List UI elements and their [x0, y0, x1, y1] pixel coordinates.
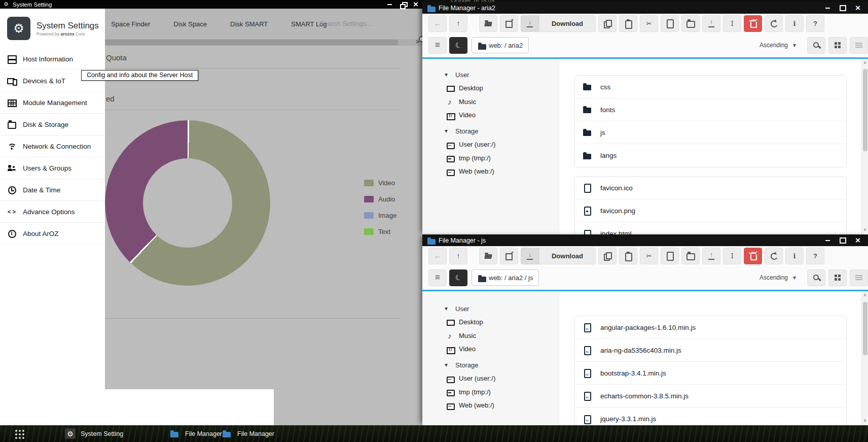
file-row[interactable]: favicon.png: [575, 199, 846, 222]
scrollbar-thumb[interactable]: [105, 40, 398, 45]
tree-item[interactable]: User: [422, 302, 559, 316]
tree-item[interactable]: Video: [422, 109, 559, 122]
close-button[interactable]: [854, 236, 862, 245]
external-button[interactable]: [500, 248, 518, 264]
search-button[interactable]: [807, 37, 825, 54]
file-row[interactable]: aria-ng-da5356c403.min.js: [575, 339, 846, 362]
help-button[interactable]: [806, 15, 824, 32]
paste-button[interactable]: [619, 15, 637, 32]
file-row[interactable]: js: [575, 121, 846, 144]
grid-view-button[interactable]: [828, 269, 847, 286]
download-button[interactable]: Download: [539, 248, 596, 264]
menu-button[interactable]: [428, 269, 447, 286]
new-folder-button[interactable]: [681, 248, 700, 264]
up-button[interactable]: [449, 248, 467, 264]
chevron-down-icon[interactable]: [791, 41, 798, 50]
file-row[interactable]: index.html: [575, 222, 846, 234]
scroll-down-arrow[interactable]: ∨: [862, 227, 868, 232]
refresh-button[interactable]: [765, 15, 783, 32]
legend-item[interactable]: Image: [364, 212, 396, 219]
restore-button[interactable]: [399, 1, 406, 8]
tree-item[interactable]: tmp (tmp:/): [422, 385, 559, 399]
tree-item[interactable]: Desktop: [422, 316, 559, 329]
scrollbar[interactable]: ∧ ∨: [861, 59, 868, 234]
tree-item[interactable]: Storage: [422, 124, 559, 138]
scrollbar-thumb[interactable]: [863, 302, 867, 355]
scroll-down-arrow[interactable]: ∨: [862, 418, 868, 423]
search-settings-input[interactable]: Search Settings...: [319, 20, 372, 27]
close-button[interactable]: [412, 1, 419, 8]
dark-mode-button[interactable]: [449, 269, 467, 286]
file-row[interactable]: echarts-common-3.8.5.min.js: [575, 385, 846, 407]
tree-item[interactable]: tmp (tmp:/): [422, 151, 559, 165]
file-row[interactable]: css: [575, 76, 846, 98]
scroll-up-arrow[interactable]: ∧: [862, 60, 868, 65]
scroll-up-arrow[interactable]: ∧: [862, 293, 868, 297]
help-button[interactable]: [806, 248, 824, 264]
taskbar-item[interactable]: [14, 429, 24, 439]
tree-item[interactable]: User (user:/): [422, 372, 559, 386]
tree-item[interactable]: Web (web:/): [422, 165, 559, 179]
download-button[interactable]: Download: [539, 15, 596, 32]
tree-item[interactable]: Storage: [422, 358, 559, 372]
legend-item[interactable]: Text: [364, 228, 396, 235]
list-view-button[interactable]: [850, 269, 868, 286]
paste-button[interactable]: [619, 248, 637, 264]
settings-menu-item[interactable]: Date & Time: [0, 179, 105, 201]
grid-view-button[interactable]: [828, 37, 847, 54]
minimize-button[interactable]: [386, 1, 393, 8]
tree-item[interactable]: Music: [422, 95, 559, 109]
settings-menu-item[interactable]: Module Management: [0, 92, 105, 114]
copy-button[interactable]: [598, 248, 617, 264]
legend-item[interactable]: Audio: [364, 196, 396, 202]
new-folder-button[interactable]: [681, 15, 700, 32]
file-manager-titlebar[interactable]: File Manager - js: [422, 234, 868, 246]
settings-menu-item[interactable]: Users & Groups: [0, 157, 105, 179]
cut-button[interactable]: [640, 15, 658, 32]
maximize-button[interactable]: [839, 4, 847, 12]
external-button[interactable]: [500, 15, 518, 32]
tree-item[interactable]: Video: [422, 343, 559, 356]
new-file-button[interactable]: [661, 248, 679, 264]
search-button[interactable]: [807, 269, 825, 286]
legend-item[interactable]: Video: [364, 180, 396, 186]
upload-button[interactable]: [702, 15, 720, 32]
file-manager-titlebar[interactable]: File Manager - aria2: [422, 2, 868, 14]
horizontal-scrollbar[interactable]: >: [105, 39, 422, 46]
delete-button[interactable]: [744, 15, 762, 32]
tree-item[interactable]: Desktop: [422, 82, 559, 95]
copy-button[interactable]: [598, 15, 617, 32]
rename-button[interactable]: [723, 248, 741, 264]
sort-order-dropdown[interactable]: Ascending: [760, 274, 788, 281]
tree-item[interactable]: Web (web:/): [422, 399, 559, 413]
file-row[interactable]: angular-packages-1.6.10.min.js: [575, 316, 846, 339]
list-view-button[interactable]: [850, 37, 868, 54]
back-button[interactable]: [428, 248, 447, 264]
download-button[interactable]: [521, 248, 539, 264]
rename-button[interactable]: [723, 15, 741, 32]
dark-mode-button[interactable]: [449, 37, 467, 54]
settings-tab[interactable]: Space Finder: [111, 20, 150, 28]
settings-menu-item[interactable]: Advance Options: [0, 201, 105, 223]
open-button[interactable]: [479, 248, 497, 264]
new-file-button[interactable]: [661, 15, 679, 32]
settings-menu-item[interactable]: Host Information: [0, 48, 105, 70]
close-button[interactable]: [854, 4, 862, 12]
taskbar-item[interactable]: System Setting: [65, 428, 123, 439]
scrollbar[interactable]: ∧ ∨: [861, 291, 868, 425]
settings-menu-item[interactable]: Disk & Storage: [0, 114, 105, 135]
file-row[interactable]: langs: [575, 144, 846, 167]
settings-menu-item[interactable]: About ArOZ: [0, 223, 105, 245]
tree-item[interactable]: User: [422, 68, 559, 82]
chevron-down-icon[interactable]: [791, 273, 798, 282]
info-button[interactable]: [785, 15, 804, 32]
sort-order-dropdown[interactable]: Ascending: [760, 42, 788, 49]
cut-button[interactable]: [640, 248, 658, 264]
breadcrumb[interactable]: web: / aria2 / js: [472, 269, 539, 286]
up-button[interactable]: [449, 15, 467, 32]
file-row[interactable]: bootstrap-3.4.1.min.js: [575, 362, 846, 385]
tree-item[interactable]: Music: [422, 329, 559, 343]
file-row[interactable]: favicon.ico: [575, 177, 846, 199]
settings-menu-item[interactable]: Network & Connection: [0, 135, 105, 157]
system-setting-titlebar[interactable]: System Setting: [0, 0, 422, 9]
